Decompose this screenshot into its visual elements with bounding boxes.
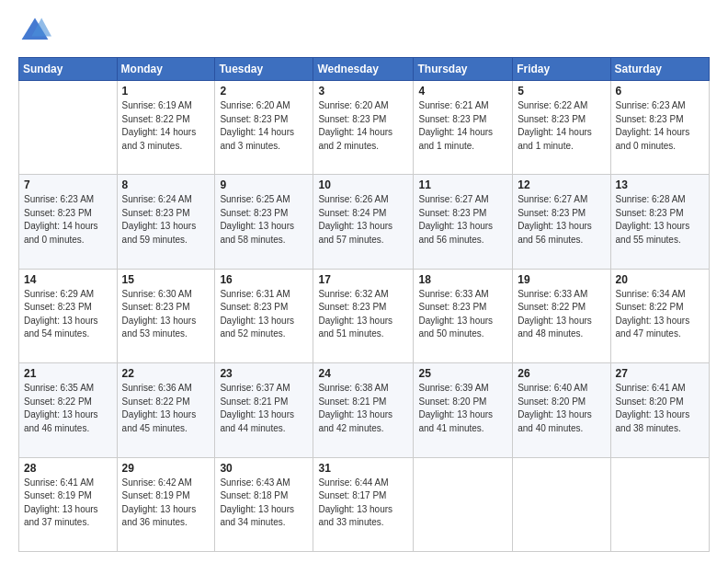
calendar-cell: 26Sunrise: 6:40 AM Sunset: 8:20 PM Dayli… xyxy=(513,363,610,457)
day-number: 16 xyxy=(220,273,308,286)
calendar-cell: 24Sunrise: 6:38 AM Sunset: 8:21 PM Dayli… xyxy=(313,363,414,457)
day-number: 18 xyxy=(418,273,507,286)
day-info: Sunrise: 6:37 AM Sunset: 8:21 PM Dayligh… xyxy=(220,382,308,435)
day-info: Sunrise: 6:20 AM Sunset: 8:23 PM Dayligh… xyxy=(220,99,308,153)
day-info: Sunrise: 6:24 AM Sunset: 8:23 PM Dayligh… xyxy=(122,193,210,247)
logo-icon xyxy=(18,15,51,48)
day-number: 31 xyxy=(318,462,408,475)
day-info: Sunrise: 6:41 AM Sunset: 8:19 PM Dayligh… xyxy=(24,477,112,530)
day-info: Sunrise: 6:39 AM Sunset: 8:20 PM Dayligh… xyxy=(418,382,507,435)
day-info: Sunrise: 6:42 AM Sunset: 8:19 PM Dayligh… xyxy=(122,477,210,530)
calendar-cell: 13Sunrise: 6:28 AM Sunset: 8:23 PM Dayli… xyxy=(610,175,709,269)
day-number: 25 xyxy=(418,367,507,380)
day-info: Sunrise: 6:20 AM Sunset: 8:23 PM Dayligh… xyxy=(318,99,408,153)
calendar-cell xyxy=(610,457,709,551)
calendar-cell: 6Sunrise: 6:23 AM Sunset: 8:23 PM Daylig… xyxy=(610,81,709,175)
day-info: Sunrise: 6:26 AM Sunset: 8:24 PM Dayligh… xyxy=(318,193,408,247)
day-number: 9 xyxy=(220,178,308,191)
calendar-cell: 20Sunrise: 6:34 AM Sunset: 8:22 PM Dayli… xyxy=(610,269,709,362)
day-number: 21 xyxy=(24,367,112,380)
day-number: 20 xyxy=(616,273,704,286)
day-number: 8 xyxy=(122,178,210,191)
calendar-cell: 31Sunrise: 6:44 AM Sunset: 8:17 PM Dayli… xyxy=(313,457,414,551)
calendar-cell: 1Sunrise: 6:19 AM Sunset: 8:22 PM Daylig… xyxy=(117,81,215,175)
calendar-cell: 8Sunrise: 6:24 AM Sunset: 8:23 PM Daylig… xyxy=(117,175,215,269)
day-info: Sunrise: 6:33 AM Sunset: 8:22 PM Dayligh… xyxy=(518,288,605,341)
calendar-cell xyxy=(414,457,513,551)
calendar-cell: 5Sunrise: 6:22 AM Sunset: 8:23 PM Daylig… xyxy=(513,81,610,175)
weekday-header-monday: Monday xyxy=(117,58,215,81)
day-number: 30 xyxy=(220,462,308,475)
calendar-cell: 10Sunrise: 6:26 AM Sunset: 8:24 PM Dayli… xyxy=(313,175,414,269)
day-info: Sunrise: 6:44 AM Sunset: 8:17 PM Dayligh… xyxy=(318,477,408,530)
calendar-cell: 28Sunrise: 6:41 AM Sunset: 8:19 PM Dayli… xyxy=(19,457,118,551)
weekday-header-sunday: Sunday xyxy=(19,58,118,81)
day-number: 28 xyxy=(24,462,112,475)
day-number: 6 xyxy=(616,85,704,98)
calendar-cell: 15Sunrise: 6:30 AM Sunset: 8:23 PM Dayli… xyxy=(117,269,215,362)
day-info: Sunrise: 6:27 AM Sunset: 8:23 PM Dayligh… xyxy=(518,193,605,247)
calendar-cell: 3Sunrise: 6:20 AM Sunset: 8:23 PM Daylig… xyxy=(313,81,414,175)
day-number: 1 xyxy=(122,85,210,98)
calendar-cell: 19Sunrise: 6:33 AM Sunset: 8:22 PM Dayli… xyxy=(513,269,610,362)
day-number: 24 xyxy=(318,367,408,380)
day-number: 19 xyxy=(518,273,605,286)
calendar-cell: 12Sunrise: 6:27 AM Sunset: 8:23 PM Dayli… xyxy=(513,175,610,269)
calendar-cell: 23Sunrise: 6:37 AM Sunset: 8:21 PM Dayli… xyxy=(215,363,313,457)
day-info: Sunrise: 6:19 AM Sunset: 8:22 PM Dayligh… xyxy=(122,99,210,153)
day-info: Sunrise: 6:43 AM Sunset: 8:18 PM Dayligh… xyxy=(220,477,308,530)
day-number: 14 xyxy=(24,273,112,286)
day-info: Sunrise: 6:41 AM Sunset: 8:20 PM Dayligh… xyxy=(616,382,704,435)
calendar-cell: 7Sunrise: 6:23 AM Sunset: 8:23 PM Daylig… xyxy=(19,175,118,269)
day-info: Sunrise: 6:35 AM Sunset: 8:22 PM Dayligh… xyxy=(24,382,112,435)
day-number: 26 xyxy=(518,367,605,380)
calendar-table: SundayMondayTuesdayWednesdayThursdayFrid… xyxy=(18,57,710,552)
day-info: Sunrise: 6:21 AM Sunset: 8:23 PM Dayligh… xyxy=(418,99,507,153)
calendar-cell: 17Sunrise: 6:32 AM Sunset: 8:23 PM Dayli… xyxy=(313,269,414,362)
day-number: 7 xyxy=(24,178,112,191)
day-info: Sunrise: 6:23 AM Sunset: 8:23 PM Dayligh… xyxy=(24,193,112,247)
day-number: 4 xyxy=(418,85,507,98)
day-info: Sunrise: 6:23 AM Sunset: 8:23 PM Dayligh… xyxy=(616,99,704,153)
day-info: Sunrise: 6:30 AM Sunset: 8:23 PM Dayligh… xyxy=(122,288,210,341)
logo xyxy=(18,15,55,48)
day-number: 11 xyxy=(418,178,507,191)
weekday-header-thursday: Thursday xyxy=(414,58,513,81)
day-info: Sunrise: 6:36 AM Sunset: 8:22 PM Dayligh… xyxy=(122,382,210,435)
weekday-header-friday: Friday xyxy=(513,58,610,81)
weekday-header-wednesday: Wednesday xyxy=(313,58,414,81)
calendar-cell: 2Sunrise: 6:20 AM Sunset: 8:23 PM Daylig… xyxy=(215,81,313,175)
day-info: Sunrise: 6:34 AM Sunset: 8:22 PM Dayligh… xyxy=(616,288,704,341)
calendar-cell: 25Sunrise: 6:39 AM Sunset: 8:20 PM Dayli… xyxy=(414,363,513,457)
day-number: 10 xyxy=(318,178,408,191)
page-header xyxy=(18,15,710,48)
calendar-cell: 18Sunrise: 6:33 AM Sunset: 8:23 PM Dayli… xyxy=(414,269,513,362)
day-number: 13 xyxy=(616,178,704,191)
day-info: Sunrise: 6:32 AM Sunset: 8:23 PM Dayligh… xyxy=(318,288,408,341)
day-info: Sunrise: 6:38 AM Sunset: 8:21 PM Dayligh… xyxy=(318,382,408,435)
day-number: 23 xyxy=(220,367,308,380)
day-number: 22 xyxy=(122,367,210,380)
day-info: Sunrise: 6:22 AM Sunset: 8:23 PM Dayligh… xyxy=(518,99,605,153)
day-number: 17 xyxy=(318,273,408,286)
day-number: 3 xyxy=(318,85,408,98)
calendar-cell: 21Sunrise: 6:35 AM Sunset: 8:22 PM Dayli… xyxy=(19,363,118,457)
day-number: 2 xyxy=(220,85,308,98)
day-info: Sunrise: 6:31 AM Sunset: 8:23 PM Dayligh… xyxy=(220,288,308,341)
calendar-cell: 16Sunrise: 6:31 AM Sunset: 8:23 PM Dayli… xyxy=(215,269,313,362)
day-info: Sunrise: 6:29 AM Sunset: 8:23 PM Dayligh… xyxy=(24,288,112,341)
day-number: 15 xyxy=(122,273,210,286)
day-number: 12 xyxy=(518,178,605,191)
calendar-cell: 4Sunrise: 6:21 AM Sunset: 8:23 PM Daylig… xyxy=(414,81,513,175)
calendar-cell: 29Sunrise: 6:42 AM Sunset: 8:19 PM Dayli… xyxy=(117,457,215,551)
calendar-cell xyxy=(19,81,118,175)
calendar-cell xyxy=(513,457,610,551)
day-info: Sunrise: 6:40 AM Sunset: 8:20 PM Dayligh… xyxy=(518,382,605,435)
day-number: 27 xyxy=(616,367,704,380)
day-info: Sunrise: 6:33 AM Sunset: 8:23 PM Dayligh… xyxy=(418,288,507,341)
day-info: Sunrise: 6:27 AM Sunset: 8:23 PM Dayligh… xyxy=(418,193,507,247)
calendar-cell: 22Sunrise: 6:36 AM Sunset: 8:22 PM Dayli… xyxy=(117,363,215,457)
calendar-cell: 11Sunrise: 6:27 AM Sunset: 8:23 PM Dayli… xyxy=(414,175,513,269)
calendar-cell: 9Sunrise: 6:25 AM Sunset: 8:23 PM Daylig… xyxy=(215,175,313,269)
weekday-header-saturday: Saturday xyxy=(610,58,709,81)
